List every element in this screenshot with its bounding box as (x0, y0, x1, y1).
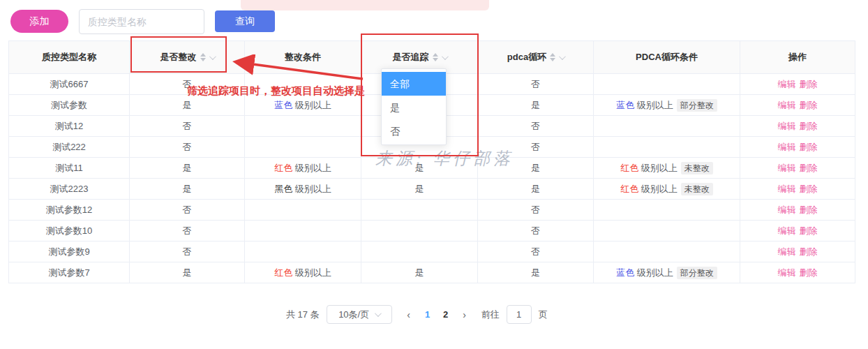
cell-pdca-condition (594, 116, 740, 137)
delete-link[interactable]: 删除 (800, 79, 818, 89)
status-tag: 部分整改 (677, 267, 717, 279)
delete-link[interactable]: 删除 (800, 267, 818, 278)
goto-page-input[interactable] (507, 305, 532, 324)
page-number-button[interactable]: 1 (419, 309, 437, 320)
cell-rectify-condition: 蓝色 级别以上 (245, 95, 361, 116)
cell-name: 测试11 (9, 158, 130, 179)
cell-rectify-condition: 红色 级别以上 (245, 158, 361, 179)
cell-rectify: 是 (130, 262, 245, 283)
cell-pdca-condition: 蓝色 级别以上部分整改 (594, 95, 740, 116)
cell-actions: 编辑删除 (740, 158, 855, 179)
cell-rectify-condition (245, 242, 361, 262)
edit-link[interactable]: 编辑 (778, 267, 796, 278)
delete-link[interactable]: 删除 (800, 100, 818, 110)
edit-link[interactable]: 编辑 (778, 79, 796, 89)
add-button[interactable]: 添加 (10, 10, 68, 33)
cell-name: 测试2223 (9, 179, 130, 200)
table-row: 测试参数9否否编辑删除 (9, 242, 855, 262)
cell-rectify: 是 (130, 158, 245, 179)
filter-chevron-icon[interactable] (441, 53, 448, 60)
edit-link[interactable]: 编辑 (778, 100, 796, 110)
cell-name: 测试参数12 (9, 200, 130, 221)
column-header-1[interactable]: 是否整改 (130, 41, 245, 74)
column-label: pdca循环 (507, 51, 546, 64)
search-input[interactable] (79, 9, 204, 34)
delete-link[interactable]: 删除 (800, 205, 818, 215)
annotation-text: 筛选追踪项目时，整改项目自动选择是 (187, 84, 365, 98)
delete-link[interactable]: 删除 (800, 142, 818, 152)
edit-link[interactable]: 编辑 (778, 121, 796, 131)
dropdown-option[interactable]: 是 (382, 96, 446, 119)
table-row: 测试参数7是红色 级别以上是是蓝色 级别以上部分整改编辑删除 (9, 262, 855, 283)
page-size-value: 10条/页 (338, 309, 369, 321)
cell-name: 测试参数10 (9, 221, 130, 242)
cell-rectify: 是 (130, 95, 245, 116)
cell-pdca-condition: 红色 级别以上未整改 (594, 158, 740, 179)
cell-pdca-condition (594, 242, 740, 262)
severity-color-word: 红色 (620, 163, 638, 173)
severity-color-word: 红色 (274, 267, 292, 278)
cell-actions: 编辑删除 (740, 95, 855, 116)
cell-rectify: 否 (130, 242, 245, 262)
cell-pdca: 否 (478, 200, 594, 221)
delete-link[interactable]: 删除 (800, 246, 818, 257)
column-header-2: 整改条件 (245, 41, 361, 74)
sort-carets-icon[interactable] (550, 53, 555, 61)
filter-chevron-icon[interactable] (209, 53, 216, 60)
cell-actions: 编辑删除 (740, 200, 855, 221)
delete-link[interactable]: 删除 (800, 163, 818, 173)
cell-name: 测试参数7 (9, 262, 130, 283)
column-header-6: 操作 (740, 41, 855, 74)
cell-rectify: 否 (130, 221, 245, 242)
cell-name: 测试222 (9, 137, 130, 158)
total-count: 共 17 条 (286, 309, 320, 321)
edit-link[interactable]: 编辑 (778, 225, 796, 236)
edit-link[interactable]: 编辑 (778, 246, 796, 257)
cell-pdca: 否 (478, 221, 594, 242)
cell-pdca-condition: 红色 级别以上未整改 (594, 179, 740, 200)
query-button[interactable]: 查询 (215, 10, 275, 32)
cell-rectify-condition (245, 137, 361, 158)
sort-carets-icon[interactable] (200, 53, 206, 61)
cell-actions: 编辑删除 (740, 116, 855, 137)
column-header-4[interactable]: pdca循环 (478, 41, 594, 74)
track-filter-dropdown: 全部是否 (381, 68, 447, 145)
column-label: PDCA循环条件 (636, 51, 698, 64)
dropdown-option[interactable]: 全部 (382, 72, 446, 96)
dropdown-option[interactable]: 否 (382, 119, 446, 143)
delete-link[interactable]: 删除 (800, 225, 818, 236)
edit-link[interactable]: 编辑 (778, 142, 796, 152)
column-label: 是否整改 (160, 51, 197, 64)
severity-color-word: 蓝色 (274, 100, 292, 110)
cell-rectify-condition: 黑色 级别以上 (245, 179, 361, 200)
pagination: 共 17 条 10条/页 ‹ 12 › 前往 页 (286, 305, 548, 324)
edit-link[interactable]: 编辑 (778, 205, 796, 215)
cell-rectify: 否 (130, 137, 245, 158)
cell-actions: 编辑删除 (740, 74, 855, 95)
page-size-select[interactable]: 10条/页 (327, 305, 392, 324)
toast-bar-clipped (241, 0, 489, 10)
column-label: 质控类型名称 (42, 51, 96, 64)
cell-pdca: 否 (478, 74, 594, 95)
next-page-button[interactable]: › (455, 309, 474, 320)
prev-page-button[interactable]: ‹ (399, 309, 419, 320)
edit-link[interactable]: 编辑 (778, 184, 796, 194)
delete-link[interactable]: 删除 (800, 184, 818, 194)
cell-rectify: 是 (130, 179, 245, 200)
cell-rectify-condition: 红色 级别以上 (245, 262, 361, 283)
cell-pdca-condition (594, 137, 740, 158)
cell-actions: 编辑删除 (740, 137, 855, 158)
page: 添加 查询 质控类型名称是否整改整改条件是否追踪pdca循环PDCA循环条件操作… (0, 0, 868, 349)
cell-pdca-condition (594, 221, 740, 242)
cell-name: 测试参数9 (9, 242, 130, 262)
sort-carets-icon[interactable] (433, 53, 438, 61)
delete-link[interactable]: 删除 (800, 121, 818, 131)
column-header-0: 质控类型名称 (9, 41, 130, 74)
cell-pdca-condition (594, 200, 740, 221)
cell-actions: 编辑删除 (740, 221, 855, 242)
watermark: 来源: 华仔部落 (375, 147, 514, 170)
cell-pdca-condition: 蓝色 级别以上部分整改 (594, 262, 740, 283)
page-number-button[interactable]: 2 (437, 309, 455, 320)
filter-chevron-icon[interactable] (559, 53, 566, 60)
edit-link[interactable]: 编辑 (778, 163, 796, 173)
